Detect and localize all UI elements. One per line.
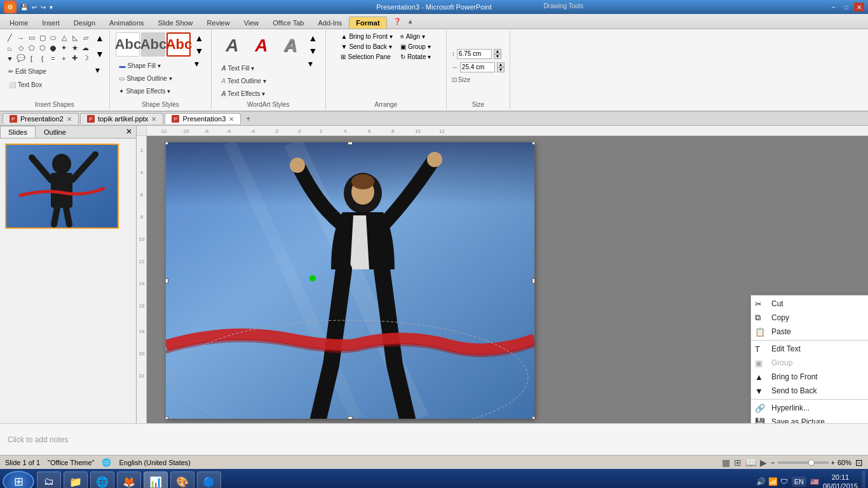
special-handle[interactable]: [309, 275, 316, 281]
shape-rect[interactable]: ▭: [27, 33, 36, 43]
size-dialog-btn[interactable]: ⊡ Size: [452, 76, 470, 83]
slide-canvas[interactable]: [166, 142, 534, 419]
edit-shape-button[interactable]: ✏ Edit Shape: [5, 66, 50, 77]
taskbar-item-app7[interactable]: 🔵: [197, 471, 221, 488]
ctx-copy[interactable]: ⧉ Copy: [751, 311, 868, 325]
shapes-more[interactable]: ▾: [94, 64, 105, 76]
style-down[interactable]: ▼: [193, 44, 205, 57]
new-tab-button[interactable]: +: [242, 113, 254, 125]
tab-close-2[interactable]: ✕: [151, 116, 156, 123]
ctx-send-back[interactable]: ▼ Send to Back ▶: [751, 384, 868, 398]
normal-view-btn[interactable]: ▦: [722, 458, 730, 468]
restore-button[interactable]: □: [841, 3, 851, 11]
ctx-cut[interactable]: ✂ Cut: [751, 297, 868, 311]
handle-bot-center[interactable]: [348, 416, 353, 419]
shape-effects-button[interactable]: ✦ Shape Effects ▾: [116, 86, 173, 97]
send-back-button[interactable]: ▼ Send to Back ▾: [338, 42, 395, 51]
wordart-down[interactable]: ▼: [307, 44, 318, 57]
taskbar-item-photoshop[interactable]: 🎨: [170, 471, 194, 488]
ctx-save-picture[interactable]: 💾 Save as Picture...: [751, 415, 868, 423]
wordart-up[interactable]: ▲: [307, 32, 318, 44]
shape-oct[interactable]: ⯃: [48, 43, 58, 53]
handle-top-center[interactable]: [348, 142, 353, 145]
shape-fill-button[interactable]: ▬ Shape Fill ▾: [116, 60, 163, 71]
selection-pane-button[interactable]: ⊞ Selection Pane: [338, 52, 395, 62]
shape-style-3[interactable]: Abc: [166, 32, 191, 57]
shape-eq[interactable]: =: [48, 53, 58, 63]
tab-slideshow[interactable]: Slide Show: [151, 17, 200, 29]
shape-brace[interactable]: {: [37, 53, 47, 63]
save-icon[interactable]: 💾: [19, 4, 29, 11]
shapes-scroll-down[interactable]: ▼: [94, 48, 105, 60]
bring-front-button[interactable]: ▲ Bring to Front ▾: [338, 32, 395, 41]
shape-rtriangle[interactable]: ◺: [70, 33, 79, 43]
help-icon[interactable]: ❓: [390, 16, 405, 27]
tab-close-1[interactable]: ✕: [67, 116, 72, 123]
wordart-style-3[interactable]: A: [276, 32, 304, 60]
shape-trap[interactable]: ⏢: [5, 43, 15, 53]
minimize-button[interactable]: −: [829, 3, 839, 11]
slides-tab-outline[interactable]: Outline: [36, 126, 74, 138]
slides-panel-close[interactable]: ✕: [122, 126, 136, 138]
tab-view[interactable]: View: [237, 17, 266, 29]
zoom-in-btn[interactable]: +: [831, 459, 835, 466]
input-icon[interactable]: 🇺🇸: [810, 478, 819, 486]
zoom-slider[interactable]: [778, 461, 829, 464]
tab-design[interactable]: Design: [67, 17, 102, 29]
ctx-group[interactable]: ▣ Group ▶: [751, 356, 868, 370]
close-button[interactable]: ✕: [854, 3, 864, 11]
shape-round-rect[interactable]: ▢: [37, 33, 47, 43]
width-down[interactable]: ▼: [497, 67, 505, 72]
tab-close-3[interactable]: ✕: [229, 116, 234, 123]
shape-arrow-line[interactable]: →: [16, 33, 25, 43]
handle-bot-left[interactable]: [166, 416, 168, 419]
shape-style-2[interactable]: Abc: [141, 32, 165, 57]
style-more[interactable]: ▾: [193, 57, 205, 70]
ctx-paste[interactable]: 📋 Paste: [751, 325, 868, 339]
shape-hex[interactable]: ⬡: [37, 43, 47, 53]
slide-thumbnail-1[interactable]: [5, 144, 119, 229]
tab-animations[interactable]: Animations: [102, 17, 151, 29]
shape-triangle[interactable]: △: [59, 33, 69, 43]
tab-addins[interactable]: Add-Ins: [311, 17, 349, 29]
wordart-style-1[interactable]: A: [218, 32, 246, 60]
shape-heart[interactable]: ♥: [5, 53, 15, 63]
slides-tab-slides[interactable]: Slides: [0, 126, 36, 138]
doc-tab-presentation3[interactable]: P Presentation3 ✕: [165, 113, 241, 124]
shape-style-1[interactable]: Abc: [116, 32, 140, 57]
taskbar-item-ie[interactable]: 🌐: [90, 471, 114, 488]
reading-view-btn[interactable]: 📖: [745, 458, 756, 468]
collapse-ribbon-icon[interactable]: ▲: [405, 16, 416, 27]
wordart-style-2[interactable]: A: [247, 32, 275, 60]
shape-para[interactable]: ▱: [81, 33, 90, 43]
taskbar-item-explorer[interactable]: 🗂: [37, 471, 61, 488]
tab-review[interactable]: Review: [200, 17, 237, 29]
align-button[interactable]: ≡ Align ▾: [398, 32, 433, 41]
height-down[interactable]: ▼: [494, 54, 501, 59]
text-effects-button[interactable]: A Text Effects ▾: [218, 88, 268, 99]
handle-top-left[interactable]: [166, 142, 168, 145]
ctx-hyperlink[interactable]: 🔗 Hyperlink...: [751, 401, 868, 415]
ctx-bring-front[interactable]: ▲ Bring to Front ▶: [751, 370, 868, 384]
slide-sorter-btn[interactable]: ⊞: [734, 458, 742, 468]
ctx-edit-text[interactable]: T Edit Text: [751, 342, 868, 356]
shape-oval[interactable]: ⬭: [48, 33, 58, 43]
handle-mid-right[interactable]: [532, 278, 534, 283]
shape-diamond[interactable]: ◇: [16, 43, 25, 53]
group-button[interactable]: ▣ Group ▾: [398, 42, 433, 51]
rotate-button[interactable]: ↻ Rotate ▾: [398, 52, 433, 62]
shape-line[interactable]: ╱: [5, 33, 15, 43]
tray-icon-1[interactable]: 🔊: [756, 477, 766, 486]
shape-cloud[interactable]: ☁: [81, 43, 90, 53]
taskbar-item-firefox[interactable]: 🦊: [117, 471, 141, 488]
shape-plus[interactable]: +: [59, 53, 69, 63]
shape-cross[interactable]: ✚: [70, 53, 79, 63]
handle-mid-left[interactable]: [166, 278, 168, 283]
shape-callout[interactable]: 💬: [16, 53, 25, 63]
wordart-more[interactable]: ▾: [307, 57, 318, 70]
handle-bot-right[interactable]: [532, 416, 534, 419]
shape-moon[interactable]: ☽: [81, 53, 90, 63]
width-input[interactable]: [460, 62, 495, 72]
fit-window-btn[interactable]: ⊡: [855, 458, 863, 468]
show-desktop-btn[interactable]: [862, 471, 865, 488]
